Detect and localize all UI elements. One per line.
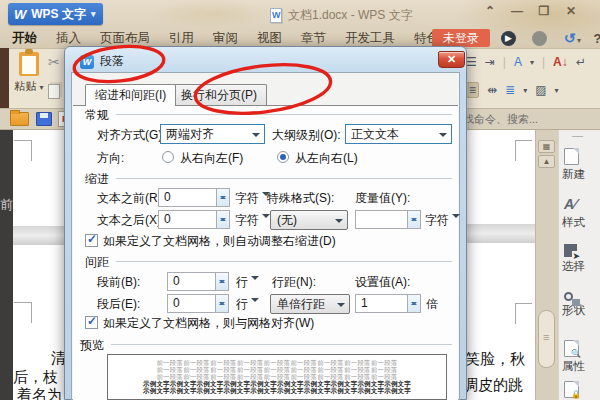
status-circle-icon[interactable]: [532, 31, 547, 46]
group-label-preview: 预览: [80, 337, 104, 354]
paragraph-mark-icon[interactable]: ↵: [576, 55, 586, 69]
collapse-ribbon-icon[interactable]: ⌃: [481, 4, 499, 18]
body-text-line: 调皮的跳: [463, 376, 523, 395]
save-icon[interactable]: [36, 112, 52, 126]
set-value-input[interactable]: 1: [355, 294, 421, 313]
space-after-unit[interactable]: 行: [236, 296, 259, 313]
alignment-dropdown[interactable]: 两端对齐: [160, 124, 265, 144]
help-icon[interactable]: ?: [590, 31, 600, 46]
wps-app-button[interactable]: W WPS 文字 ▾: [8, 3, 103, 25]
margin-corner-mark: [14, 302, 32, 323]
sidebar-item-new[interactable]: 新建: [562, 148, 600, 182]
paste-button[interactable]: 粘贴 ▾: [12, 52, 46, 106]
space-before-unit[interactable]: 行: [236, 274, 259, 291]
snap-to-grid-checkbox[interactable]: ✓: [85, 316, 98, 329]
dialog-close-button[interactable]: ✕: [438, 51, 465, 68]
select-icon: [564, 244, 577, 257]
space-after-input[interactable]: 0: [167, 294, 229, 313]
open-folder-icon[interactable]: [10, 112, 29, 126]
scrollbar-thumb[interactable]: [538, 310, 555, 368]
scroll-up-icon[interactable]: ▲: [538, 155, 555, 168]
list-icon[interactable]: ☰: [466, 55, 477, 69]
sidebar-item-properties[interactable]: 🔍 属性: [562, 340, 600, 374]
close-icon[interactable]: ✕: [562, 4, 580, 18]
distribute-icon[interactable]: ⇹: [487, 83, 497, 97]
undo-skin-icon[interactable]: ↺: [562, 31, 577, 46]
wps-writer-window: W WPS 文字 ▾ W 文档1.docx - WPS 文字 ⌃ — ❐ ✕ 开…: [0, 0, 600, 400]
tab-home[interactable]: 开始: [10, 29, 39, 48]
spinner-buttons[interactable]: [407, 211, 420, 228]
login-button[interactable]: 未登录: [432, 29, 490, 47]
body-text-line: 后，枝: [13, 368, 58, 387]
space-before-label: 段前(B):: [97, 274, 140, 291]
rtl-radio[interactable]: [162, 151, 174, 163]
chevron-down-icon: [439, 133, 447, 141]
ltr-radio-label[interactable]: 从左向右(L): [295, 150, 358, 167]
command-search-input[interactable]: 找命令、搜索...: [463, 112, 538, 127]
preview-line: 示例文字示例文字示例文字示例文字示例文字示例文字示例文字示例文字示例文字示例文字: [108, 380, 446, 387]
sort-icon[interactable]: A↓: [553, 55, 568, 69]
group-divider: [111, 344, 452, 345]
group-label-general: 常规: [85, 107, 109, 124]
group-label-indent: 缩进: [85, 171, 109, 188]
spinner-buttons[interactable]: [216, 189, 229, 206]
ltr-radio[interactable]: [277, 151, 289, 163]
spinner-buttons[interactable]: [215, 295, 228, 312]
justify-icon[interactable]: ≡: [466, 82, 479, 98]
indent-after-label: 文本之后(X):: [97, 212, 164, 229]
shading-icon[interactable]: ▨: [535, 83, 546, 97]
indent-icon[interactable]: ⇥: [485, 55, 495, 69]
maximize-icon[interactable]: ❐: [535, 4, 553, 18]
outline-level-dropdown[interactable]: 正文文本: [345, 124, 452, 144]
measure-unit[interactable]: 字符: [425, 212, 460, 229]
measure-input[interactable]: [355, 210, 421, 229]
line-spacing-icon[interactable]: ≣: [505, 83, 515, 97]
space-before-input[interactable]: 0: [167, 272, 229, 291]
tab-indents-and-spacing[interactable]: 缩进和间距(I): [85, 84, 176, 106]
indent-before-unit[interactable]: 字符: [235, 190, 270, 207]
sidebar-item-styles[interactable]: A⁄ 样式: [562, 196, 600, 230]
sidebar-item-select[interactable]: 选择: [562, 244, 600, 274]
spinner-buttons[interactable]: [215, 273, 228, 290]
preview-line: 示例文字示例文字示例文字示例文字示例文字示例文字示例文字示例文字示例文字示例文字: [108, 387, 446, 394]
read-mode-icon[interactable]: ▦: [538, 140, 555, 153]
direction-label: 方向:: [97, 150, 124, 167]
sidebar-item-shapes[interactable]: 形状: [562, 292, 600, 318]
minimize-icon[interactable]: —: [508, 4, 526, 18]
clipped-glyph: 前: [0, 196, 13, 214]
rtl-radio-label[interactable]: 从右向左(F): [180, 150, 243, 167]
dialog-title: W 段落: [80, 53, 124, 70]
sidebar-item-restrict[interactable]: 🔒 限制: [562, 381, 600, 400]
preview-box: 前一段落前一段落前一段落前一段落前一段落前一段落前一段落前一段落前一段落 前一段…: [107, 354, 447, 400]
doc-file-icon: W: [270, 8, 282, 23]
auto-adjust-indent-label[interactable]: 如果定义了文档网格，则自动调整右缩进(D): [103, 233, 336, 250]
spinner-buttons[interactable]: [407, 295, 420, 312]
tab-line-and-page-breaks[interactable]: 换行和分页(P): [171, 84, 267, 105]
outline-level-label: 大纲级别(O):: [272, 127, 341, 144]
group-divider: [116, 261, 452, 262]
chevron-down-icon: ▾: [577, 36, 581, 45]
cut-icon[interactable]: ✂: [48, 54, 60, 70]
preview-line: 前一段落前一段落前一段落前一段落前一段落前一段落前一段落前一段落前一段落: [108, 359, 446, 366]
set-value-label: 设置值(A):: [355, 274, 410, 291]
paragraph-tools-row1: ☰ ⇥ | A▾ | A↓ ↵: [466, 55, 586, 69]
grow-font-icon[interactable]: A: [514, 55, 522, 69]
preview-line: 前一段落前一段落前一段落前一段落前一段落前一段落前一段落前一段落前一段落: [108, 366, 446, 373]
wallpaper-decor: [150, 0, 270, 28]
indent-after-input[interactable]: 0: [158, 210, 230, 229]
auto-adjust-indent-checkbox[interactable]: ✓: [85, 234, 98, 247]
line-spacing-label: 行距(N):: [272, 274, 316, 291]
chevron-down-icon: [252, 133, 260, 141]
play-icon[interactable]: ▶: [501, 31, 516, 46]
page-gap-left: [13, 226, 71, 245]
wps-dialog-icon: W: [80, 55, 94, 69]
snap-to-grid-label[interactable]: 如果定义了文档网格，则与网格对齐(W): [103, 315, 314, 332]
spinner-buttons[interactable]: [216, 211, 229, 228]
indent-after-unit[interactable]: 字符: [235, 212, 270, 229]
restrict-icon: 🔒: [564, 381, 579, 398]
copy-icon[interactable]: [48, 84, 60, 99]
panel-handle[interactable]: —: [572, 129, 583, 141]
line-spacing-dropdown[interactable]: 单倍行距: [270, 294, 350, 314]
special-format-dropdown[interactable]: (无): [270, 210, 348, 230]
indent-before-input[interactable]: 0: [158, 188, 230, 207]
